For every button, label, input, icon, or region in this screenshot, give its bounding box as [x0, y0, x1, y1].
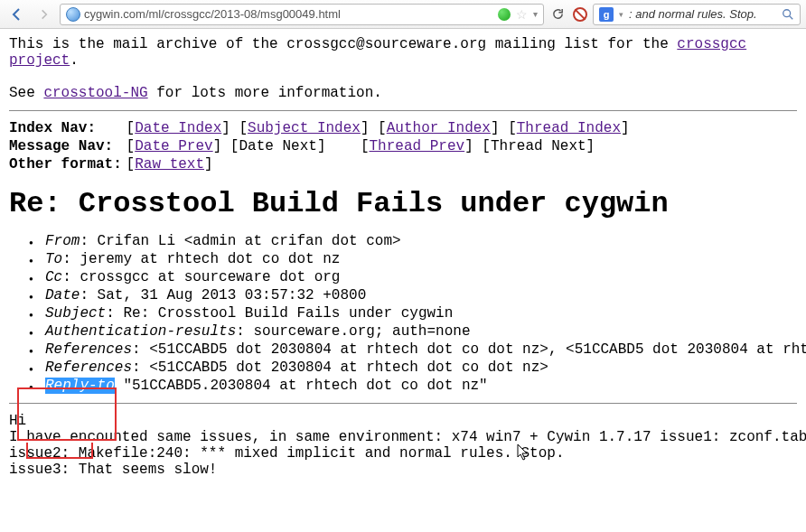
date-prev-link[interactable]: Date Prev — [135, 138, 212, 154]
url-bar[interactable]: cygwin.com/ml/crossgcc/2013-08/msg00049.… — [60, 4, 544, 25]
back-button[interactable] — [5, 4, 29, 25]
index-nav-label: Index Nav: — [9, 120, 117, 136]
search-input-text: : and normal rules. Stop. — [629, 7, 776, 21]
body-line-4: issue3: That seems slow! — [9, 462, 797, 478]
search-box[interactable]: g ▾ : and normal rules. Stop. — [593, 4, 801, 25]
header-from: From: Crifan Li <admin at crifan dot com… — [45, 233, 797, 249]
thread-index-link[interactable]: Thread Index — [517, 120, 621, 136]
svg-line-1 — [790, 15, 793, 19]
header-to: To: jeremy at rhtech dot co dot nz — [45, 251, 797, 267]
url-text: cygwin.com/ml/crossgcc/2013-08/msg00049.… — [84, 7, 341, 21]
intro-line: This is the mail archive of the crossgcc… — [9, 36, 797, 69]
intro-prefix: This is the mail archive of the — [9, 36, 286, 52]
header-date: Date: Sat, 31 Aug 2013 03:57:32 +0800 — [45, 287, 797, 303]
block-icon[interactable] — [573, 7, 587, 22]
intro-mid: mailing list for the — [486, 36, 677, 52]
date-next-text: Date Next — [239, 138, 316, 154]
thread-prev-link[interactable]: Thread Prev — [370, 138, 465, 154]
header-auth: Authentication-results: sourceware.org; … — [45, 323, 797, 340]
page-title: Re: Crosstool Build Fails under cygwin — [9, 187, 797, 220]
url-dropdown-icon[interactable]: ▾ — [533, 9, 538, 19]
message-nav-row: Message Nav: [Date Prev] [Date Next] [Th… — [9, 138, 797, 154]
subject-index-link[interactable]: Subject Index — [248, 120, 361, 136]
reload-button[interactable] — [548, 5, 567, 24]
header-references-2: References: <51CCABD5 dot 2030804 at rht… — [45, 359, 797, 376]
body-line-3: issue2: Makefile:240: *** mixed implicit… — [9, 445, 797, 462]
other-format-row: Other format: [Raw text] — [9, 156, 797, 173]
raw-text-link[interactable]: Raw text — [135, 156, 204, 173]
bookmark-star-icon[interactable]: ☆ — [516, 7, 528, 22]
reply-to-selected: Reply-to — [45, 378, 115, 394]
globe-icon — [66, 7, 80, 22]
header-cc: Cc: crossgcc at sourceware dot org — [45, 269, 797, 285]
crosstool-ng-link[interactable]: crosstool-NG — [43, 85, 147, 101]
index-nav-row: Index Nav: [Date Index] [Subject Index] … — [9, 120, 797, 136]
intro-email: crossgcc@sourceware.org — [286, 36, 486, 52]
body-line-2: I have encounted same issues, in same en… — [9, 429, 797, 445]
mail-headers: From: Crifan Li <admin at crifan dot com… — [9, 233, 797, 394]
mail-body: Hi I have encounted same issues, in same… — [9, 413, 797, 478]
date-index-link[interactable]: Date Index — [135, 120, 221, 136]
author-index-link[interactable]: Author Index — [387, 120, 491, 136]
see-prefix: See — [9, 85, 43, 101]
other-format-label: Other format: — [9, 156, 117, 173]
thread-next-text: Thread Next — [491, 138, 586, 154]
search-icon[interactable] — [782, 8, 794, 21]
see-suffix: for lots more information. — [148, 85, 382, 101]
header-subject: Subject: Re: Crosstool Build Fails under… — [45, 305, 797, 322]
message-nav-label: Message Nav: — [9, 138, 117, 154]
svg-point-0 — [783, 9, 791, 16]
body-line-1: Hi — [9, 413, 797, 429]
divider-body — [9, 403, 797, 404]
header-reply-to: Reply-to "51CCABD5.2030804 at rhtech dot… — [45, 378, 797, 394]
header-references-1: References: <51CCABD5 dot 2030804 at rht… — [45, 341, 797, 358]
page-status-icon — [498, 8, 511, 21]
browser-toolbar: cygwin.com/ml/crossgcc/2013-08/msg00049.… — [0, 0, 806, 29]
search-engine-icon[interactable]: g — [599, 7, 614, 22]
page-content: This is the mail archive of the crossgcc… — [0, 29, 806, 485]
search-engine-dropdown-icon[interactable]: ▾ — [619, 10, 623, 19]
see-line: See crosstool-NG for lots more informati… — [9, 85, 797, 101]
forward-button[interactable] — [33, 4, 56, 25]
intro-suffix: . — [70, 52, 79, 69]
divider-top — [9, 110, 797, 111]
